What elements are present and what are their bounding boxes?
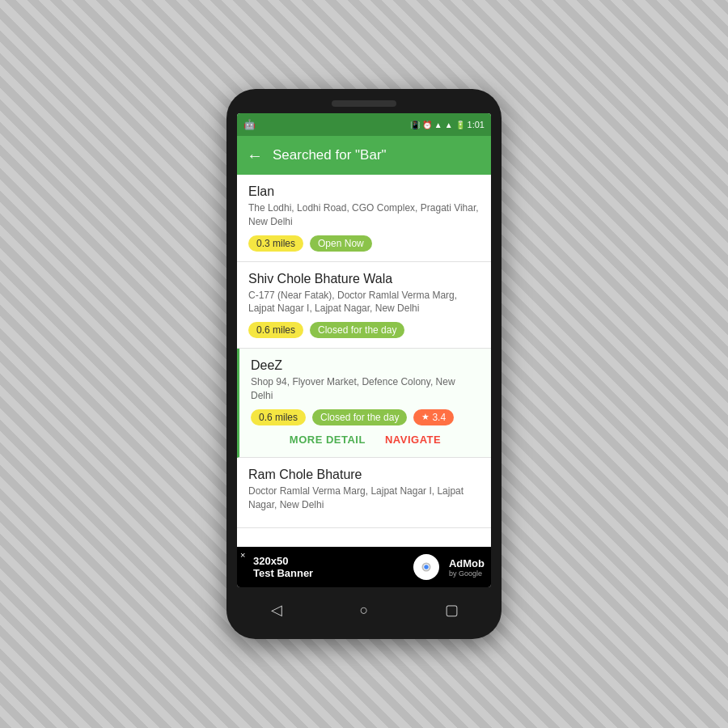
admob-logo	[413, 554, 439, 580]
navigate-button[interactable]: NAVIGATE	[382, 432, 444, 447]
back-button[interactable]: ←	[247, 146, 263, 165]
more-detail-button[interactable]: MORE DETAIL	[286, 432, 369, 447]
ad-banner: × 320x50 Test Banner AdMob by Google	[237, 547, 491, 587]
badges-deez: 0.6 miles Closed for the day ★ 3.4	[251, 409, 480, 425]
svg-point-1	[424, 565, 429, 569]
status-badge-elan: Open Now	[310, 235, 372, 252]
place-name-ram-chole: Ram Chole Bhature	[248, 468, 480, 482]
vibrate-icon: 📳	[410, 121, 420, 129]
star-icon: ★	[421, 412, 430, 422]
badges-shiv-chole: 0.6 miles Closed for the day	[248, 322, 480, 338]
phone-screen: 🤖 📳 ⏰ ▲ ▲ 🔋 1:01 ← Searched for "Bar" El…	[237, 113, 491, 587]
rating-value-deez: 3.4	[432, 412, 446, 423]
recents-nav-button[interactable]: ▢	[435, 594, 468, 626]
place-name-elan: Elan	[248, 184, 480, 199]
place-name-shiv-chole: Shiv Chole Bhature Wala	[248, 272, 480, 286]
search-title: Searched for "Bar"	[273, 147, 387, 163]
admob-text: AdMob by Google	[449, 557, 485, 578]
distance-badge-deez: 0.6 miles	[251, 409, 306, 425]
distance-badge-elan: 0.3 miles	[248, 235, 303, 252]
status-badge-shiv-chole: Closed for the day	[310, 322, 404, 338]
phone-frame: 🤖 📳 ⏰ ▲ ▲ 🔋 1:01 ← Searched for "Bar" El…	[226, 89, 502, 639]
alarm-icon: ⏰	[422, 121, 432, 129]
signal-icon: ▲	[445, 121, 453, 129]
status-left: 🤖	[243, 119, 256, 130]
back-nav-button[interactable]: ◁	[260, 594, 293, 626]
wifi-icon: ▲	[434, 121, 442, 129]
battery-icon: 🔋	[455, 121, 465, 129]
place-address-ram-chole: Doctor Ramlal Verma Marg, Lajpat Nagar I…	[248, 485, 480, 512]
home-nav-button[interactable]: ○	[348, 594, 380, 626]
navigation-bar: ◁ ○ ▢	[233, 592, 495, 628]
phone-speaker	[332, 100, 396, 107]
status-bar: 🤖 📳 ⏰ ▲ ▲ 🔋 1:01	[237, 113, 491, 136]
place-item-deez[interactable]: DeeZ Shop 94, Flyover Market, Defence Co…	[237, 349, 491, 458]
distance-badge-shiv-chole: 0.6 miles	[248, 322, 303, 338]
status-right: 📳 ⏰ ▲ ▲ 🔋 1:01	[410, 120, 485, 129]
place-item-ram-chole[interactable]: Ram Chole Bhature Doctor Ramlal Verma Ma…	[237, 458, 491, 529]
ad-size-text: 320x50 Test Banner	[253, 555, 313, 579]
time-display: 1:01	[468, 120, 485, 129]
app-bar: ← Searched for "Bar"	[237, 136, 491, 175]
place-item-elan[interactable]: Elan The Lodhi, Lodhi Road, CGO Complex,…	[237, 175, 491, 262]
action-row-deez: MORE DETAIL NAVIGATE	[251, 432, 480, 447]
status-badge-deez: Closed for the day	[312, 409, 407, 425]
place-address-deez: Shop 94, Flyover Market, Defence Colony,…	[251, 375, 480, 403]
places-list: Elan The Lodhi, Lodhi Road, CGO Complex,…	[237, 175, 491, 547]
badges-elan: 0.3 miles Open Now	[248, 235, 480, 252]
place-item-shiv-chole[interactable]: Shiv Chole Bhature Wala C-177 (Near Fata…	[237, 262, 491, 349]
ad-close-button[interactable]: ×	[240, 550, 245, 560]
place-address-elan: The Lodhi, Lodhi Road, CGO Complex, Prag…	[248, 201, 480, 229]
android-icon: 🤖	[243, 119, 256, 130]
rating-badge-deez: ★ 3.4	[413, 409, 454, 425]
place-address-shiv-chole: C-177 (Near Fatak), Doctor Ramlal Verma …	[248, 289, 480, 316]
place-name-deez: DeeZ	[251, 358, 480, 373]
